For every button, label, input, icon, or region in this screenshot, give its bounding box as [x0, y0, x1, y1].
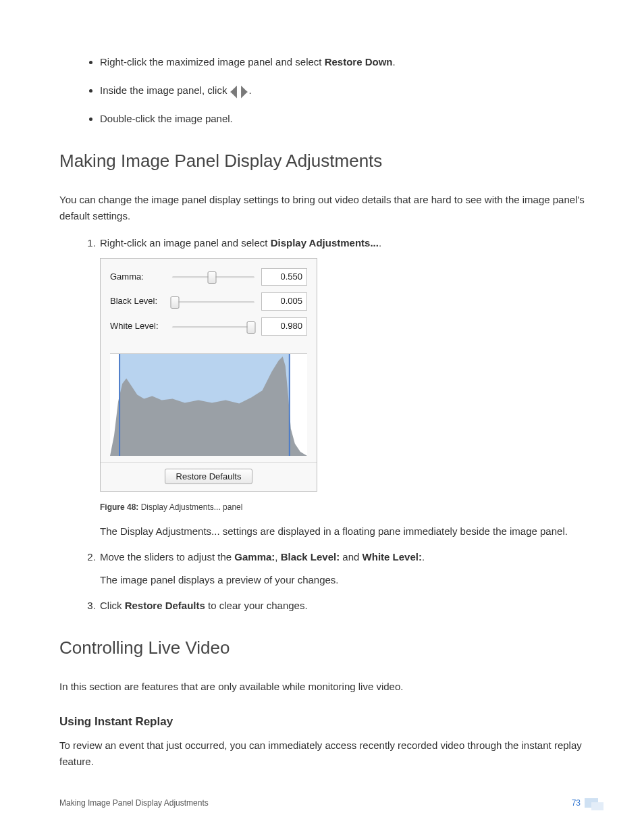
gamma-value[interactable]: 0.550 [261, 268, 307, 286]
text: . [249, 84, 252, 96]
display-adjustments-panel: Gamma: 0.550 Black Level: 0.0 [100, 258, 317, 492]
step2-explain: The image panel displays a preview of yo… [100, 572, 585, 588]
text: Double-click the image panel. [100, 113, 233, 124]
white-level-label: White Level: [110, 319, 172, 334]
step-3: Click Restore Defaults to clear your cha… [99, 598, 585, 614]
intro-paragraph: You can change the image panel display s… [59, 192, 585, 224]
text: Inside the image panel, click [100, 84, 230, 96]
black-level-value[interactable]: 0.005 [261, 292, 307, 311]
minimize-panel-icon: ◢◣◥◤ [230, 85, 249, 97]
figure-text: Display Adjustments... panel [138, 502, 242, 512]
menu-item-label: Display Adjustments... [271, 237, 379, 249]
text: . [422, 551, 425, 563]
page-number: 73 [572, 798, 581, 808]
slider-track [172, 326, 254, 328]
page-footer: Making Image Panel Display Adjustments 7… [59, 797, 585, 810]
black-level-row: Black Level: 0.005 [110, 292, 307, 311]
footer-right: 73 [572, 797, 585, 810]
restore-defaults-button[interactable]: Restore Defaults [165, 469, 253, 484]
histogram [110, 353, 307, 455]
step1-explain: The Display Adjustments... settings are … [100, 523, 585, 540]
text: . [393, 56, 396, 68]
white-level-row: White Level: 0.980 [110, 317, 307, 336]
gamma-bold: Gamma: [234, 551, 275, 563]
bullet-restore-down: Right-click the maximized image panel an… [100, 54, 585, 70]
text: and [340, 551, 362, 563]
slider-section: Gamma: 0.550 Black Level: 0.0 [101, 259, 317, 349]
heading-display-adjustments: Making Image Panel Display Adjustments [59, 147, 585, 176]
footer-section-title: Making Image Panel Display Adjustments [59, 797, 209, 810]
live-video-intro: In this section are features that are on… [59, 679, 585, 695]
bullet-double-click: Double-click the image panel. [100, 111, 585, 127]
text: Move the sliders to adjust the [100, 551, 234, 563]
black-level-bold: Black Level: [281, 551, 340, 563]
instant-replay-body: To review an event that just occurred, y… [59, 737, 585, 770]
panel-footer: Restore Defaults [101, 462, 317, 491]
step-1: Right-click an image panel and select Di… [99, 235, 585, 540]
heading-instant-replay: Using Instant Replay [59, 712, 585, 731]
white-level-thumb[interactable] [247, 321, 256, 334]
document-page: Right-click the maximized image panel an… [0, 0, 644, 834]
step-2: Move the sliders to adjust the Gamma:, B… [99, 549, 585, 588]
gamma-thumb[interactable] [207, 271, 216, 284]
gamma-label: Gamma: [110, 270, 172, 284]
top-bullet-list: Right-click the maximized image panel an… [59, 54, 585, 127]
white-level-value[interactable]: 0.980 [261, 317, 307, 336]
steps-list: Right-click an image panel and select Di… [59, 235, 585, 615]
gamma-row: Gamma: 0.550 [110, 268, 307, 286]
text: to clear your changes. [205, 600, 308, 611]
black-level-label: Black Level: [110, 294, 172, 309]
text: . [379, 237, 381, 249]
bullet-click-minimize-icon: Inside the image panel, click ◢◣◥◤. [100, 82, 585, 99]
text: Click [100, 600, 125, 611]
white-level-slider[interactable] [172, 321, 254, 333]
black-level-thumb[interactable] [170, 296, 179, 309]
text: Right-click the maximized image panel an… [100, 56, 325, 68]
white-level-bold: White Level: [363, 551, 422, 563]
heading-controlling-live-video: Controlling Live Video [59, 634, 585, 662]
restore-defaults-bold: Restore Defaults [125, 600, 205, 611]
gamma-slider[interactable] [172, 271, 254, 283]
text: , [275, 551, 280, 563]
restore-down-label: Restore Down [325, 56, 393, 68]
histogram-svg [110, 354, 307, 456]
figure-number: Figure 48: [100, 502, 138, 512]
figure-caption: Figure 48: Display Adjustments... panel [100, 501, 585, 514]
text: Right-click an image panel and select [100, 237, 271, 249]
slider-track [172, 301, 254, 303]
black-level-slider[interactable] [172, 296, 254, 308]
